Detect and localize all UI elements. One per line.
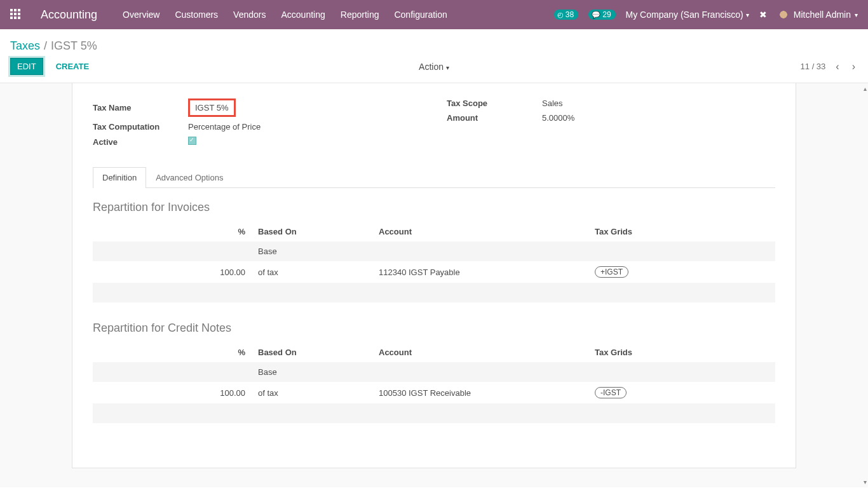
tax-computation-value: Percentage of Price xyxy=(188,122,261,132)
cell-based-on: Base xyxy=(252,241,372,261)
active-label: Active xyxy=(93,137,188,147)
avatar xyxy=(777,8,790,21)
tab-definition[interactable]: Definition xyxy=(93,167,146,188)
activity-badge[interactable]: ◴ 38 xyxy=(554,10,578,20)
app-brand[interactable]: Accounting xyxy=(41,8,97,22)
cell-percent xyxy=(93,362,252,382)
pager: 11 / 33 ‹ › xyxy=(801,61,858,72)
company-name: My Company (San Francisco) xyxy=(626,10,743,20)
cell-tax-grids: -IGST xyxy=(588,382,775,403)
control-panel: EDIT CREATE Action ▾ 11 / 33 ‹ › xyxy=(0,58,868,83)
col-percent: % xyxy=(93,222,252,241)
chevron-down-icon: ▾ xyxy=(855,11,858,18)
col-percent: % xyxy=(93,342,252,362)
breadcrumb: Taxes / IGST 5% xyxy=(0,29,868,58)
col-based-on: Based On xyxy=(252,222,372,241)
user-menu[interactable]: Mitchell Admin ▾ xyxy=(777,8,858,21)
menu-overview[interactable]: Overview xyxy=(123,10,159,20)
cell-tax-grids: +IGST xyxy=(588,261,775,283)
col-tax-grids: Tax Grids xyxy=(588,342,775,362)
credits-table: % Based On Account Tax Grids Base 100.00… xyxy=(93,342,775,423)
chevron-down-icon: ▾ xyxy=(746,11,749,18)
table-row-empty[interactable] xyxy=(93,403,775,423)
tax-scope-label: Tax Scope xyxy=(447,98,542,108)
action-label: Action xyxy=(419,62,444,72)
table-row[interactable]: Base xyxy=(93,241,775,261)
form-sheet: Tax Name IGST 5% Tax Computation Percent… xyxy=(72,83,796,468)
chat-icon: 💬 xyxy=(592,11,600,19)
col-tax-grids: Tax Grids xyxy=(588,222,775,241)
menu-reporting[interactable]: Reporting xyxy=(341,10,379,20)
tax-name-label: Tax Name xyxy=(93,103,188,112)
menu-configuration[interactable]: Configuration xyxy=(394,10,447,20)
user-name: Mitchell Admin xyxy=(794,10,851,20)
cell-account: 112340 IGST Payable xyxy=(372,261,588,283)
cell-percent: 100.00 xyxy=(93,261,252,283)
action-dropdown[interactable]: Action ▾ xyxy=(419,62,449,72)
menu-vendors[interactable]: Vendors xyxy=(233,10,266,20)
cell-based-on: of tax xyxy=(252,382,372,403)
tax-grid-pill: +IGST xyxy=(595,266,628,278)
main-menu: Overview Customers Vendors Accounting Re… xyxy=(123,10,554,20)
cell-percent: 100.00 xyxy=(93,382,252,403)
messages-count: 29 xyxy=(602,10,611,19)
form-top-fields: Tax Name IGST 5% Tax Computation Percent… xyxy=(93,98,775,152)
form-viewport: Tax Name IGST 5% Tax Computation Percent… xyxy=(0,83,868,487)
scroll-down-icon[interactable]: ▾ xyxy=(864,478,867,485)
nav-right: ◴ 38 💬 29 My Company (San Francisco) ▾ ✖… xyxy=(554,8,858,21)
pager-prev[interactable]: ‹ xyxy=(833,61,841,72)
col-account: Account xyxy=(372,342,588,362)
pager-text[interactable]: 11 / 33 xyxy=(801,62,826,71)
tab-advanced-options[interactable]: Advanced Options xyxy=(146,167,233,187)
breadcrumb-separator: / xyxy=(44,39,47,53)
credits-section-title: Repartition for Credit Notes xyxy=(93,322,775,335)
menu-accounting[interactable]: Accounting xyxy=(281,10,325,20)
chevron-down-icon: ▾ xyxy=(446,64,449,71)
invoices-section-title: Repartition for Invoices xyxy=(93,201,775,214)
notebook-tabs: Definition Advanced Options xyxy=(93,167,775,188)
debug-icon[interactable]: ✖ xyxy=(759,10,767,20)
cell-based-on: Base xyxy=(252,362,372,382)
invoices-table: % Based On Account Tax Grids Base 100.00… xyxy=(93,222,775,302)
breadcrumb-current: IGST 5% xyxy=(51,39,97,53)
breadcrumb-parent[interactable]: Taxes xyxy=(10,39,40,53)
scroll-up-icon[interactable]: ▴ xyxy=(864,85,867,92)
activity-count: 38 xyxy=(566,10,574,19)
apps-icon[interactable] xyxy=(10,9,22,20)
cell-based-on: of tax xyxy=(252,261,372,283)
clock-icon: ◴ xyxy=(557,11,564,19)
table-row-empty[interactable] xyxy=(93,283,775,302)
top-navbar: Accounting Overview Customers Vendors Ac… xyxy=(0,0,868,29)
edit-button[interactable]: EDIT xyxy=(10,58,43,75)
tax-computation-label: Tax Computation xyxy=(93,122,188,132)
messages-badge[interactable]: 💬 29 xyxy=(588,10,615,20)
menu-customers[interactable]: Customers xyxy=(175,10,218,20)
pager-next[interactable]: › xyxy=(850,61,858,72)
create-button[interactable]: CREATE xyxy=(50,58,95,74)
tax-grid-pill: -IGST xyxy=(595,387,627,398)
cell-account: 100530 IGST Receivable xyxy=(372,382,588,403)
active-checkbox xyxy=(188,137,196,145)
company-switcher[interactable]: My Company (San Francisco) ▾ xyxy=(626,10,749,20)
cell-account xyxy=(372,241,588,261)
cell-tax-grids xyxy=(588,362,775,382)
table-row[interactable]: 100.00 of tax 112340 IGST Payable +IGST xyxy=(93,261,775,283)
col-based-on: Based On xyxy=(252,342,372,362)
table-row[interactable]: Base xyxy=(93,362,775,382)
cell-account xyxy=(372,362,588,382)
tax-name-value: IGST 5% xyxy=(188,98,236,117)
table-row[interactable]: 100.00 of tax 100530 IGST Receivable -IG… xyxy=(93,382,775,403)
tax-scope-value: Sales xyxy=(542,98,563,108)
col-account: Account xyxy=(372,222,588,241)
cell-percent xyxy=(93,241,252,261)
amount-label: Amount xyxy=(447,113,542,123)
amount-value: 5.0000% xyxy=(542,113,574,123)
cell-tax-grids xyxy=(588,241,775,261)
